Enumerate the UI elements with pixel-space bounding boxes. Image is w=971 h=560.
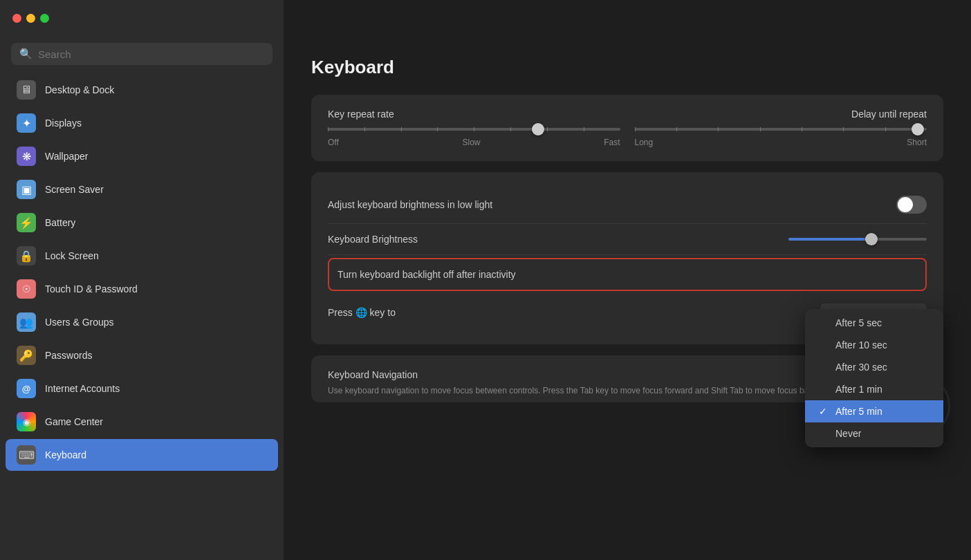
dropdown-item-30sec[interactable]: After 30 sec [805,356,943,378]
repeat-slow-label: Slow [462,138,480,147]
brightness-slider-thumb[interactable] [865,233,878,245]
dropdown-item-never[interactable]: Never [805,422,943,445]
sidebar-item-label: Displays [45,118,82,129]
search-icon: 🔍 [19,48,33,60]
sidebar-item-label: Keyboard [45,449,86,460]
sidebar-item-label: Desktop & Dock [45,84,114,95]
search-input[interactable] [38,48,264,60]
sidebar-item-battery[interactable]: ⚡ Battery [6,207,278,239]
sidebar-item-label: Users & Groups [45,317,114,328]
wallpaper-icon: ❋ [17,147,36,166]
kb-brightness-row: Keyboard Brightness [328,224,927,255]
sidebar-item-passwords[interactable]: 🔑 Passwords [6,339,278,371]
key-repeat-thumb[interactable] [532,123,544,136]
key-repeat-track [328,128,620,131]
sidebar-item-label: Internet Accounts [45,383,120,394]
backlight-off-label: Turn keyboard backlight off after inacti… [337,269,516,280]
users-groups-icon: 👥 [17,312,36,332]
delay-long-label: Long [635,138,654,147]
dropdown-item-10sec[interactable]: After 10 sec [805,334,943,356]
key-repeat-label: Key repeat rate [328,109,394,120]
key-repeat-card: Key repeat rate Delay until repeat [311,95,943,161]
desktop-dock-icon: 🖥 [17,80,36,100]
keyboard-nav-label: Keyboard Navigation [328,369,882,380]
minimize-button[interactable] [26,14,35,23]
dropdown-item-1min[interactable]: After 1 min [805,378,943,400]
sidebar-item-label: Wallpaper [45,151,89,162]
main-content: Keyboard Key repeat rate Delay until rep… [284,36,971,560]
keyboard-nav-description: Use keyboard navigation to move focus be… [328,384,882,397]
battery-icon: ⚡ [17,213,36,232]
screen-saver-icon: ▣ [17,180,36,199]
sidebar-item-label: Touch ID & Password [45,283,138,295]
sidebar-item-displays[interactable]: ✦ Displays [6,107,278,139]
inactivity-dropdown-popup: After 5 sec After 10 sec After 30 sec Af… [805,309,943,447]
search-bar[interactable]: 🔍 [11,43,272,65]
internet-accounts-icon: @ [17,379,36,398]
sidebar-item-desktop-dock[interactable]: 🖥 Desktop & Dock [6,74,278,106]
traffic-lights [12,14,49,23]
sidebar-item-label: Passwords [45,350,92,361]
sidebar-item-wallpaper[interactable]: ❋ Wallpaper [6,140,278,172]
delay-short-label: Short [907,138,927,147]
dropdown-item-5sec[interactable]: After 5 sec [805,312,943,334]
kb-brightness-label: Keyboard Brightness [328,234,418,245]
delay-until-repeat-label: Delay until repeat [851,109,927,120]
repeat-off-label: Off [328,138,339,147]
sidebar-item-screen-saver[interactable]: ▣ Screen Saver [6,174,278,205]
toggle-thumb [898,197,913,212]
touch-id-icon: ☉ [17,279,36,299]
checkmark-icon: ✓ [819,406,830,417]
sidebar-item-internet-accounts[interactable]: @ Internet Accounts [6,373,278,404]
adjust-brightness-label: Adjust keyboard brightness in low light [328,199,492,210]
backlight-off-row: Turn keyboard backlight off after inacti… [328,258,927,291]
close-button[interactable] [12,14,21,23]
sidebar: 🔍 🖥 Desktop & Dock ✦ Displays ❋ Wallpape… [0,36,284,560]
sidebar-item-keyboard[interactable]: ⌨ Keyboard [6,439,278,471]
adjust-brightness-toggle[interactable] [896,196,927,214]
keyboard-icon: ⌨ [17,445,36,465]
sidebar-item-label: Game Center [45,416,103,427]
displays-icon: ✦ [17,113,36,133]
delay-repeat-thumb[interactable] [912,123,924,136]
delay-repeat-track [635,128,927,131]
adjust-brightness-row: Adjust keyboard brightness in low light [328,186,927,224]
passwords-icon: 🔑 [17,346,36,365]
sidebar-item-label: Screen Saver [45,184,104,195]
sidebar-item-label: Battery [45,217,75,228]
sidebar-item-label: Lock Screen [45,250,99,261]
press-globe-label: Press 🌐 key to [328,307,396,318]
sidebar-item-users-groups[interactable]: 👥 Users & Groups [6,306,278,338]
sidebar-item-touch-id[interactable]: ☉ Touch ID & Password [6,273,278,305]
game-center-icon: ◉ [17,412,36,431]
titlebar [0,0,284,36]
lock-screen-icon: 🔒 [17,246,36,265]
sidebar-item-game-center[interactable]: ◉ Game Center [6,406,278,438]
dropdown-item-5min[interactable]: ✓ After 5 min [805,400,943,422]
repeat-fast-label: Fast [604,138,620,147]
zoom-button[interactable] [40,14,49,23]
page-title: Keyboard [311,57,943,78]
sidebar-item-lock-screen[interactable]: 🔒 Lock Screen [6,240,278,272]
